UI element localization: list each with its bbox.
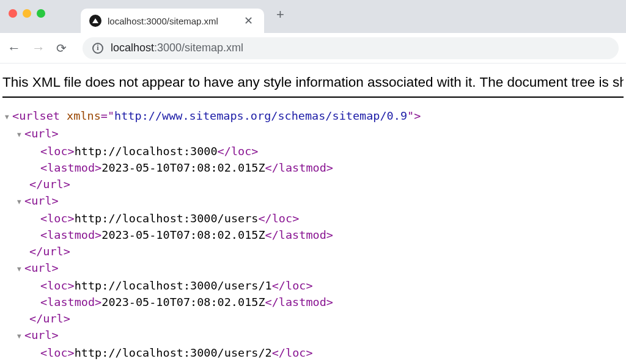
forward-button[interactable]: → bbox=[32, 40, 45, 56]
loc-value: http://localhost:3000/users/1 bbox=[75, 279, 272, 292]
loc-value: http://localhost:3000/users/2 bbox=[75, 346, 272, 359]
url-host: localhost bbox=[111, 42, 154, 54]
site-info-icon[interactable]: i bbox=[92, 43, 103, 54]
window-controls bbox=[9, 9, 45, 18]
address-bar[interactable]: i localhost:3000/sitemap.xml bbox=[83, 37, 619, 59]
loc-value: http://localhost:3000/users bbox=[75, 212, 259, 225]
tab-title: localhost:3000/sitemap.xml bbox=[108, 16, 235, 26]
xml-tree: ▼<urlset xmlns="http://www.sitemaps.org/… bbox=[2, 107, 624, 361]
toolbar: ← → ⟳ i localhost:3000/sitemap.xml bbox=[0, 33, 626, 64]
collapse-toggle-icon[interactable]: ▼ bbox=[17, 194, 24, 210]
xml-notice: This XML file does not appear to have an… bbox=[2, 75, 624, 98]
window-close-button[interactable] bbox=[9, 9, 17, 18]
browser-tab[interactable]: localhost:3000/sitemap.xml ✕ bbox=[81, 9, 264, 33]
new-tab-button[interactable]: + bbox=[276, 7, 284, 23]
lastmod-value: 2023-05-10T07:08:02.015Z bbox=[101, 296, 265, 308]
url-path: :3000/sitemap.xml bbox=[154, 42, 243, 54]
back-button[interactable]: ← bbox=[7, 40, 21, 56]
reload-button[interactable]: ⟳ bbox=[56, 41, 67, 56]
window-maximize-button[interactable] bbox=[37, 9, 45, 18]
collapse-toggle-icon[interactable]: ▼ bbox=[17, 126, 24, 143]
content-area: This XML file does not appear to have an… bbox=[0, 64, 626, 361]
collapse-toggle-icon[interactable]: ▼ bbox=[5, 109, 12, 125]
close-icon[interactable]: ✕ bbox=[241, 14, 256, 27]
lastmod-value: 2023-05-10T07:08:02.015Z bbox=[101, 161, 265, 174]
lastmod-value: 2023-05-10T07:08:02.015Z bbox=[101, 228, 265, 241]
collapse-toggle-icon[interactable]: ▼ bbox=[17, 328, 24, 344]
tab-strip: localhost:3000/sitemap.xml ✕ + bbox=[0, 0, 626, 33]
favicon-icon bbox=[89, 15, 101, 27]
url-text: localhost:3000/sitemap.xml bbox=[111, 42, 243, 54]
window-minimize-button[interactable] bbox=[23, 9, 31, 18]
collapse-toggle-icon[interactable]: ▼ bbox=[17, 261, 24, 277]
loc-value: http://localhost:3000 bbox=[75, 145, 218, 158]
